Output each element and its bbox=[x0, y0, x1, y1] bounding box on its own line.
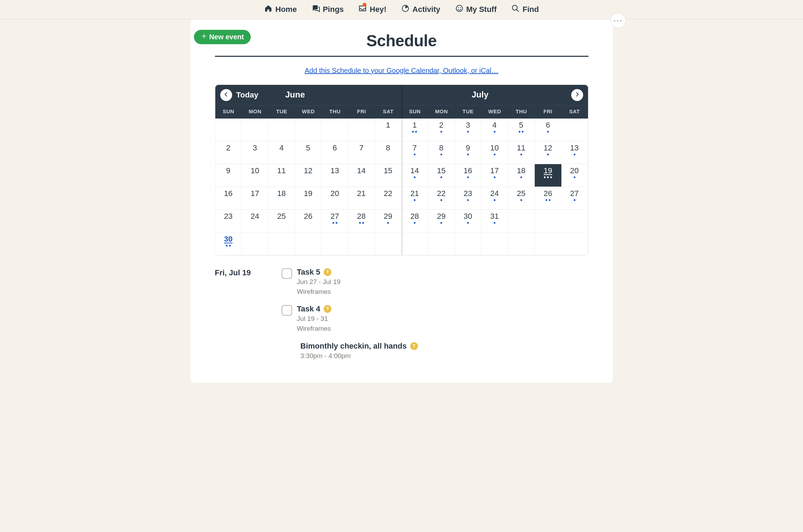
svg-point-2 bbox=[458, 7, 459, 8]
nav-pings[interactable]: Pings bbox=[311, 4, 344, 15]
calendar-empty bbox=[455, 233, 481, 255]
day-number: 12 bbox=[304, 166, 312, 175]
calendar-empty bbox=[268, 233, 295, 255]
today-button[interactable]: Today bbox=[236, 90, 258, 100]
day-number: 22 bbox=[437, 189, 445, 198]
calendar-day[interactable]: 25 bbox=[508, 187, 535, 210]
calendar-day[interactable]: 23 bbox=[215, 210, 242, 233]
todo-checkbox[interactable] bbox=[282, 268, 292, 279]
assignee-badge[interactable]: T bbox=[410, 342, 418, 350]
calendar-day[interactable]: 5 bbox=[295, 141, 322, 164]
agenda-item-title[interactable]: Bimonthly checkin, all hands bbox=[301, 342, 407, 351]
calendar-empty bbox=[561, 119, 588, 141]
calendar-day[interactable]: 29 bbox=[375, 210, 401, 233]
calendar-day[interactable]: 3 bbox=[455, 119, 481, 141]
calendar-day[interactable]: 1 bbox=[375, 119, 401, 141]
day-number: 24 bbox=[251, 212, 259, 221]
calendar-day[interactable]: 20 bbox=[322, 187, 348, 210]
calendar-day[interactable]: 21 bbox=[401, 187, 428, 210]
calendar-day[interactable]: 18 bbox=[268, 187, 295, 210]
nav-find[interactable]: Find bbox=[511, 4, 539, 15]
calendar-empty bbox=[428, 233, 455, 255]
event-dots bbox=[414, 199, 416, 201]
new-event-button[interactable]: New event bbox=[194, 30, 251, 44]
event-dots bbox=[546, 199, 551, 201]
calendar-day[interactable]: 27 bbox=[561, 187, 588, 210]
event-dots bbox=[494, 222, 495, 224]
calendar-day[interactable]: 30 bbox=[215, 233, 242, 255]
top-nav: Home Pings Hey! Activity My Stuff Find bbox=[0, 0, 803, 19]
calendar-day[interactable]: 28 bbox=[348, 210, 375, 233]
event-dots bbox=[467, 176, 469, 179]
calendar-day[interactable]: 16 bbox=[455, 164, 481, 187]
calendar-day[interactable]: 26 bbox=[535, 187, 561, 210]
calendar-day[interactable]: 2 bbox=[428, 119, 455, 141]
nav-mystuff[interactable]: My Stuff bbox=[455, 4, 497, 15]
calendar-day[interactable]: 7 bbox=[401, 141, 428, 164]
calendar-day[interactable]: 16 bbox=[215, 187, 242, 210]
calendar-prev-button[interactable] bbox=[220, 89, 232, 101]
assignee-badge[interactable]: T bbox=[324, 268, 331, 276]
calendar-day[interactable]: 15 bbox=[375, 164, 401, 187]
calendar-day[interactable]: 8 bbox=[375, 141, 401, 164]
calendar-day[interactable]: 13 bbox=[561, 141, 588, 164]
calendar-day[interactable]: 14 bbox=[348, 164, 375, 187]
day-number: 17 bbox=[490, 166, 499, 175]
nav-home[interactable]: Home bbox=[264, 4, 297, 15]
calendar-day[interactable]: 29 bbox=[428, 210, 455, 233]
more-menu-button[interactable] bbox=[610, 13, 626, 28]
calendar-day[interactable]: 17 bbox=[242, 187, 268, 210]
calendar-day[interactable]: 9 bbox=[455, 141, 481, 164]
agenda-item-title[interactable]: Task 4 bbox=[297, 304, 320, 314]
calendar-day[interactable]: 21 bbox=[348, 187, 375, 210]
add-to-calendar-link[interactable]: Add this Schedule to your Google Calenda… bbox=[215, 67, 588, 75]
day-number: 23 bbox=[224, 212, 232, 221]
calendar-day[interactable]: 9 bbox=[215, 164, 242, 187]
calendar-day[interactable]: 5 bbox=[508, 119, 535, 141]
calendar-day[interactable]: 19 bbox=[295, 187, 322, 210]
calendar-day[interactable]: 27 bbox=[322, 210, 348, 233]
calendar-day[interactable]: 2 bbox=[215, 141, 242, 164]
calendar-day[interactable]: 11 bbox=[268, 164, 295, 187]
nav-hey[interactable]: Hey! bbox=[358, 4, 386, 15]
calendar-day[interactable]: 31 bbox=[481, 210, 508, 233]
day-number: 20 bbox=[570, 166, 579, 175]
calendar-empty bbox=[535, 210, 561, 233]
calendar-day[interactable]: 25 bbox=[268, 210, 295, 233]
calendar-day[interactable]: 11 bbox=[508, 141, 535, 164]
calendar-day[interactable]: 23 bbox=[455, 187, 481, 210]
calendar-day[interactable]: 6 bbox=[322, 141, 348, 164]
calendar-next-button[interactable] bbox=[571, 89, 583, 101]
calendar-day[interactable]: 12 bbox=[535, 141, 561, 164]
calendar-day[interactable]: 30 bbox=[455, 210, 481, 233]
calendar-day[interactable]: 22 bbox=[375, 187, 401, 210]
calendar-day[interactable]: 19 bbox=[535, 164, 561, 187]
calendar-day[interactable]: 8 bbox=[428, 141, 455, 164]
calendar-day[interactable]: 24 bbox=[242, 210, 268, 233]
calendar-day[interactable]: 17 bbox=[481, 164, 508, 187]
calendar-day[interactable]: 3 bbox=[242, 141, 268, 164]
nav-activity[interactable]: Activity bbox=[401, 4, 440, 15]
calendar-day[interactable]: 24 bbox=[481, 187, 508, 210]
calendar-day[interactable]: 10 bbox=[481, 141, 508, 164]
calendar-day[interactable]: 4 bbox=[268, 141, 295, 164]
calendar-day[interactable]: 28 bbox=[401, 210, 428, 233]
agenda-item-title[interactable]: Task 5 bbox=[297, 268, 320, 277]
assignee-badge[interactable]: T bbox=[324, 305, 331, 313]
calendar-day[interactable]: 14 bbox=[401, 164, 428, 187]
calendar-day[interactable]: 12 bbox=[295, 164, 322, 187]
calendar-day[interactable]: 26 bbox=[295, 210, 322, 233]
calendar-day[interactable]: 4 bbox=[481, 119, 508, 141]
calendar-day[interactable]: 10 bbox=[242, 164, 268, 187]
calendar-day[interactable]: 15 bbox=[428, 164, 455, 187]
calendar-day[interactable]: 1 bbox=[401, 119, 428, 141]
calendar-day[interactable]: 13 bbox=[322, 164, 348, 187]
calendar-day[interactable]: 7 bbox=[348, 141, 375, 164]
todo-checkbox[interactable] bbox=[282, 305, 292, 316]
day-number: 14 bbox=[357, 166, 365, 175]
calendar-empty bbox=[242, 233, 268, 255]
calendar-day[interactable]: 20 bbox=[561, 164, 588, 187]
calendar-day[interactable]: 6 bbox=[535, 119, 561, 141]
calendar-day[interactable]: 18 bbox=[508, 164, 535, 187]
calendar-day[interactable]: 22 bbox=[428, 187, 455, 210]
